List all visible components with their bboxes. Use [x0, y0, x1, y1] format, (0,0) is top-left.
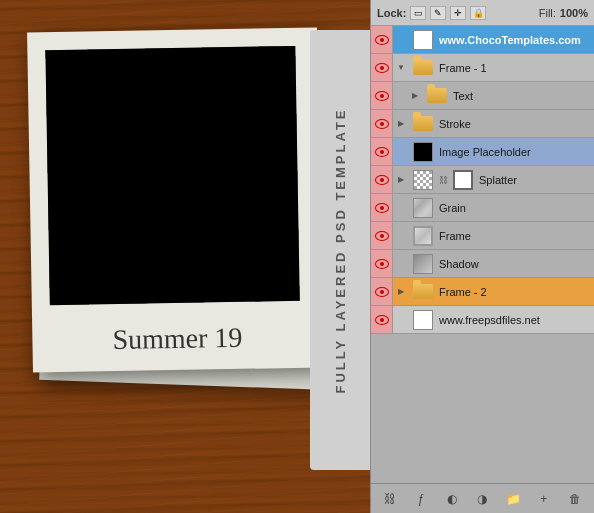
layer-row-image-placeholder[interactable]: Image Placeholder	[371, 138, 594, 166]
chevron-right-icon: ▶	[412, 91, 418, 100]
expand-frame1[interactable]: ▼	[393, 63, 409, 72]
lock-brush-icon[interactable]: ✎	[430, 6, 446, 20]
thumb-frame2	[411, 281, 435, 303]
eye-visibility-stroke[interactable]	[371, 110, 393, 137]
layer-name-frame1: Frame - 1	[437, 62, 487, 74]
thumb-url-bottom	[411, 309, 435, 331]
eye-icon	[375, 287, 389, 297]
thumbnail-frame	[413, 226, 433, 246]
layer-name-shadow: Shadow	[437, 258, 479, 270]
expand-frame2[interactable]: ▶	[393, 287, 409, 296]
expand-splatter[interactable]: ▶	[393, 175, 409, 184]
panel-bottom-toolbar: ⛓ ƒ ◐ ◑ 📁 + 🗑	[371, 483, 594, 513]
eye-visibility-url-top[interactable]	[371, 26, 393, 53]
layer-row-frame1[interactable]: ▼ Frame - 1	[371, 54, 594, 82]
layer-name-url-top: www.ChocoTemplates.com	[437, 34, 581, 46]
thumb-image-placeholder	[411, 141, 435, 163]
thumbnail-grain	[413, 198, 433, 218]
eye-icon	[375, 147, 389, 157]
layer-name-text: Text	[451, 90, 473, 102]
thumbnail-black	[413, 142, 433, 162]
thumbnail-white2	[453, 170, 473, 190]
chevron-right-icon: ▶	[398, 175, 404, 184]
lock-move-icon[interactable]: ✛	[450, 6, 466, 20]
eye-icon	[375, 259, 389, 269]
polaroid-main: Summer 19	[27, 27, 323, 372]
link-layers-icon[interactable]: ⛓	[381, 490, 399, 508]
thumb-stroke	[411, 113, 435, 135]
eye-icon	[375, 231, 389, 241]
vertical-banner: FULLY LAYERED PSD TEMPLATE	[310, 30, 370, 470]
layer-row-shadow[interactable]: Shadow	[371, 250, 594, 278]
eye-icon	[375, 203, 389, 213]
layer-row-stroke[interactable]: ▶ Stroke	[371, 110, 594, 138]
layer-name-image-placeholder: Image Placeholder	[437, 146, 531, 158]
fill-label: Fill:	[539, 7, 556, 19]
folder-icon	[413, 60, 433, 75]
layer-name-frame-layer: Frame	[437, 230, 471, 242]
chevron-down-icon: ▼	[397, 63, 405, 72]
expand-text[interactable]: ▶	[407, 91, 423, 100]
eye-visibility-frame2[interactable]	[371, 278, 393, 305]
layer-row-grain[interactable]: Grain	[371, 194, 594, 222]
eye-icon	[375, 35, 389, 45]
layer-row-text[interactable]: ▶ Text	[371, 82, 594, 110]
group-icon[interactable]: 📁	[504, 490, 522, 508]
eye-visibility-splatter[interactable]	[371, 166, 393, 193]
eye-icon	[375, 63, 389, 73]
link-icon: ⛓	[437, 174, 449, 186]
vertical-text-label: FULLY LAYERED PSD TEMPLATE	[333, 107, 348, 393]
layers-list: www.ChocoTemplates.com ▼ Frame - 1	[371, 26, 594, 334]
layer-row-url-bottom[interactable]: www.freepsdfiles.net	[371, 306, 594, 334]
thumb-frame1	[411, 57, 435, 79]
polaroid-caption: Summer 19	[32, 320, 323, 357]
eye-visibility-grain[interactable]	[371, 194, 393, 221]
thumb-text	[425, 85, 449, 107]
eye-visibility-frame[interactable]	[371, 222, 393, 249]
lock-label: Lock:	[377, 7, 406, 19]
thumbnail-checker	[413, 170, 433, 190]
adjustment-icon[interactable]: ◑	[473, 490, 491, 508]
layer-row-splatter[interactable]: ▶ ⛓ Splatter	[371, 166, 594, 194]
thumb-frame-layer	[411, 225, 435, 247]
eye-visibility-text[interactable]	[371, 82, 393, 109]
eye-visibility-url-bottom[interactable]	[371, 306, 393, 333]
eye-visibility-frame1[interactable]	[371, 54, 393, 81]
folder-icon	[413, 116, 433, 131]
polaroid-image-area	[45, 46, 299, 305]
eye-icon	[375, 91, 389, 101]
layer-row-frame[interactable]: Frame	[371, 222, 594, 250]
new-layer-icon[interactable]: +	[535, 490, 553, 508]
wood-background: Summer 19 FULLY LAYERED PSD TEMPLATE Loc…	[0, 0, 594, 513]
layer-row-url-top[interactable]: www.ChocoTemplates.com	[371, 26, 594, 54]
layer-style-icon[interactable]: ƒ	[412, 490, 430, 508]
layer-name-frame2: Frame - 2	[437, 286, 487, 298]
thumbnail-white	[413, 30, 433, 50]
eye-icon	[375, 175, 389, 185]
layer-name-url-bottom: www.freepsdfiles.net	[437, 314, 540, 326]
thumb-shadow	[411, 253, 435, 275]
thumbnail-shadow	[413, 254, 433, 274]
thumb-url-top	[411, 29, 435, 51]
thumb-splatter	[411, 169, 435, 191]
thumb-grain	[411, 197, 435, 219]
layer-name-stroke: Stroke	[437, 118, 471, 130]
folder-icon	[427, 88, 447, 103]
layer-row-frame2[interactable]: ▶ Frame - 2	[371, 278, 594, 306]
layer-mask-icon[interactable]: ◐	[443, 490, 461, 508]
lock-all-icon[interactable]: 🔒	[470, 6, 486, 20]
thumbnail-white-bottom	[413, 310, 433, 330]
layer-name-grain: Grain	[437, 202, 466, 214]
eye-visibility-shadow[interactable]	[371, 250, 393, 277]
thumb-splatter2	[451, 169, 475, 191]
delete-layer-icon[interactable]: 🗑	[566, 490, 584, 508]
lock-rect-icon[interactable]: ▭	[410, 6, 426, 20]
eye-icon	[375, 315, 389, 325]
chevron-right-icon: ▶	[398, 119, 404, 128]
eye-visibility-image-placeholder[interactable]	[371, 138, 393, 165]
panel-toolbar: Lock: ▭ ✎ ✛ 🔒 Fill: 100%	[371, 0, 594, 26]
chevron-right-icon: ▶	[398, 287, 404, 296]
layers-panel: Lock: ▭ ✎ ✛ 🔒 Fill: 100% www.ChocoTempla…	[370, 0, 594, 513]
expand-stroke[interactable]: ▶	[393, 119, 409, 128]
eye-icon	[375, 119, 389, 129]
